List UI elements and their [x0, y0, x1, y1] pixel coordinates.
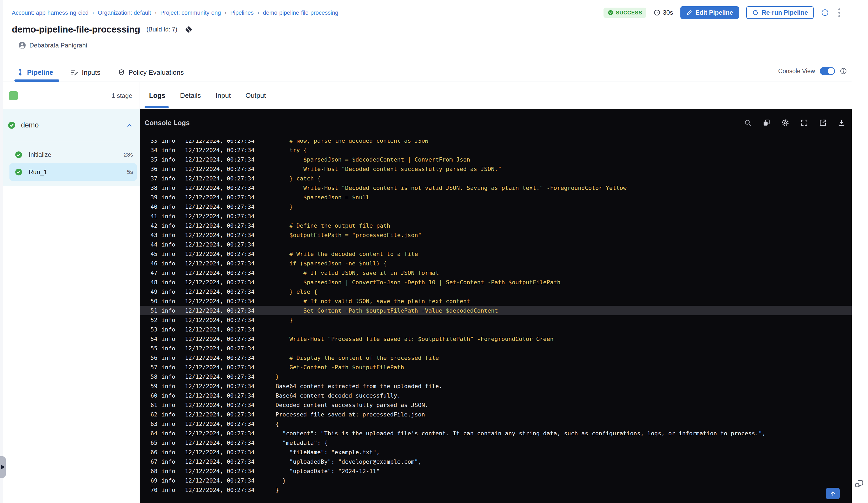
log-timestamp: 12/12/2024, 00:27:34: [185, 251, 254, 257]
log-level: info: [162, 289, 175, 295]
log-line-number: 40: [146, 203, 157, 210]
stage-minimap-square[interactable]: [9, 91, 18, 100]
log-line-number: 55: [146, 345, 157, 352]
log-line-number: 58: [146, 374, 157, 380]
log-line-number: 70: [146, 487, 157, 493]
log-line-number: 67: [146, 459, 157, 465]
log-line-number: 42: [146, 222, 157, 229]
tab-policy-evaluations[interactable]: Policy Evaluations: [118, 69, 184, 76]
page-title: demo-pipeline-file-processing: [12, 24, 140, 35]
log-timestamp: 12/12/2024, 00:27:34: [185, 392, 254, 399]
right-gutter: [852, 0, 868, 503]
author-row: Debabrata Panigrahi: [18, 41, 87, 49]
breadcrumb-project[interactable]: Project: community-eng: [160, 9, 221, 16]
tab-input[interactable]: Input: [216, 92, 231, 99]
log-viewport[interactable]: 33 info 12/12/2024, 00:27:34 # Now, pars…: [140, 140, 852, 503]
open-in-new-icon[interactable]: [819, 119, 827, 127]
tab-inputs[interactable]: Inputs: [71, 69, 101, 76]
log-line-number: 44: [146, 241, 157, 248]
log-timestamp: 12/12/2024, 00:27:34: [185, 289, 254, 295]
log-line: 54 info 12/12/2024, 00:27:34 Write-Host …: [140, 334, 852, 344]
log-level: info: [162, 345, 175, 352]
log-line: 65 info 12/12/2024, 00:27:34 "metadata":…: [140, 438, 852, 448]
log-level: info: [162, 298, 175, 304]
tab-output[interactable]: Output: [245, 92, 266, 99]
log-text: }: [276, 374, 279, 380]
edit-pipeline-button[interactable]: Edit Pipeline: [680, 6, 739, 19]
log-line: 67 info 12/12/2024, 00:27:34 "uploadedBy…: [140, 457, 852, 466]
execution-actions: SUCCESS 30s Edit Pipeline Re-run Pipelin…: [603, 6, 842, 19]
log-line: 60 info 12/12/2024, 00:27:34 Base64 cont…: [140, 391, 852, 400]
rerun-pipeline-button[interactable]: Re-run Pipeline: [746, 6, 814, 19]
tab-pipeline[interactable]: Pipeline: [17, 69, 53, 76]
breadcrumb-account[interactable]: Account: app-harness-ng-cicd: [12, 9, 89, 16]
console-view-toggle[interactable]: [820, 67, 835, 75]
log-text: Processed file saved at: processedFile.j…: [276, 411, 425, 418]
log-level: info: [162, 430, 175, 437]
tab-details[interactable]: Details: [180, 92, 201, 99]
log-text: Decoded content successfully parsed as J…: [276, 402, 428, 408]
log-level: info: [162, 185, 175, 191]
step-run-1[interactable]: Run_1 5s: [9, 164, 137, 181]
execution-duration: 30s: [654, 9, 673, 16]
log-stream: 33 info 12/12/2024, 00:27:34 # Now, pars…: [140, 140, 852, 495]
log-line: 52 info 12/12/2024, 00:27:34 }: [140, 315, 852, 325]
step-initialize[interactable]: Initialize 23s: [9, 146, 137, 164]
log-level: info: [162, 147, 175, 154]
log-text: if ($parsedJson -ne $null) {: [276, 260, 387, 267]
step-duration: 23s: [124, 151, 133, 158]
breadcrumb: Account: app-harness-ng-cicd › Organizat…: [12, 9, 338, 16]
scroll-to-top-button[interactable]: [826, 488, 840, 499]
log-timestamp: 12/12/2024, 00:27:34: [185, 374, 254, 380]
git-diamond-icon[interactable]: [184, 24, 194, 34]
copy-icon[interactable]: [763, 119, 771, 127]
title-divider-line: [16, 38, 16, 53]
edit-pipeline-label: Edit Pipeline: [695, 9, 733, 16]
log-line-number: 46: [146, 260, 157, 267]
log-line: 61 info 12/12/2024, 00:27:34 Decoded con…: [140, 400, 852, 410]
console-view-info-icon[interactable]: [840, 67, 847, 75]
console-title: Console Logs: [145, 119, 190, 127]
log-line: 46 info 12/12/2024, 00:27:34 if ($parsed…: [140, 259, 852, 268]
step-label: Initialize: [29, 151, 124, 158]
chat-bubbles-icon[interactable]: [854, 478, 864, 489]
rerun-info-icon[interactable]: [821, 9, 829, 17]
tab-policy-evaluations-label: Policy Evaluations: [128, 69, 184, 76]
tab-logs[interactable]: Logs: [149, 92, 165, 99]
stage-group-header[interactable]: demo: [3, 109, 140, 141]
log-line-number: 64: [146, 430, 157, 437]
log-timestamp: 12/12/2024, 00:27:34: [185, 147, 254, 154]
stage-count-row: 1 stage: [3, 82, 140, 109]
shield-check-icon: [118, 69, 125, 76]
expand-panel-handle[interactable]: [0, 456, 6, 478]
step-details-pane: Logs Details Input Output Console Logs: [140, 82, 852, 503]
log-line-number: 61: [146, 402, 157, 408]
rerun-icon: [752, 9, 759, 16]
log-line: 63 info 12/12/2024, 00:27:34 {: [140, 419, 852, 429]
search-icon[interactable]: [744, 119, 752, 127]
log-line: 37 info 12/12/2024, 00:27:34 } catch {: [140, 174, 852, 183]
fullscreen-icon[interactable]: [800, 119, 808, 127]
log-level: info: [162, 392, 175, 399]
log-timestamp: 12/12/2024, 00:27:34: [185, 194, 254, 201]
breadcrumb-current-pipeline[interactable]: demo-pipeline-file-processing: [263, 9, 338, 16]
log-level: info: [162, 156, 175, 163]
breadcrumb-pipelines[interactable]: Pipelines: [230, 9, 254, 16]
main-tabs: Pipeline Inputs Policy Evaluations Conso…: [3, 65, 852, 82]
tab-pipeline-label: Pipeline: [27, 69, 53, 76]
chevron-up-icon[interactable]: [126, 122, 133, 129]
download-icon[interactable]: [838, 119, 845, 127]
log-text: } catch {: [276, 175, 321, 182]
log-text: "fileName": "example.txt",: [276, 449, 380, 455]
log-line-number: 62: [146, 411, 157, 418]
log-level: info: [162, 203, 175, 210]
log-text: Get-Content -Path $outputFilePath: [276, 364, 404, 370]
log-level: info: [162, 355, 175, 361]
log-timestamp: 12/12/2024, 00:27:34: [185, 421, 254, 427]
breadcrumb-organization[interactable]: Organization: default: [98, 9, 151, 16]
more-options-menu[interactable]: [836, 7, 842, 18]
app-root: Account: app-harness-ng-cicd › Organizat…: [0, 0, 868, 503]
log-level: info: [162, 166, 175, 172]
settings-gear-icon[interactable]: [781, 118, 789, 127]
log-text: $outputFilePath = "processedFile.json": [276, 232, 421, 238]
